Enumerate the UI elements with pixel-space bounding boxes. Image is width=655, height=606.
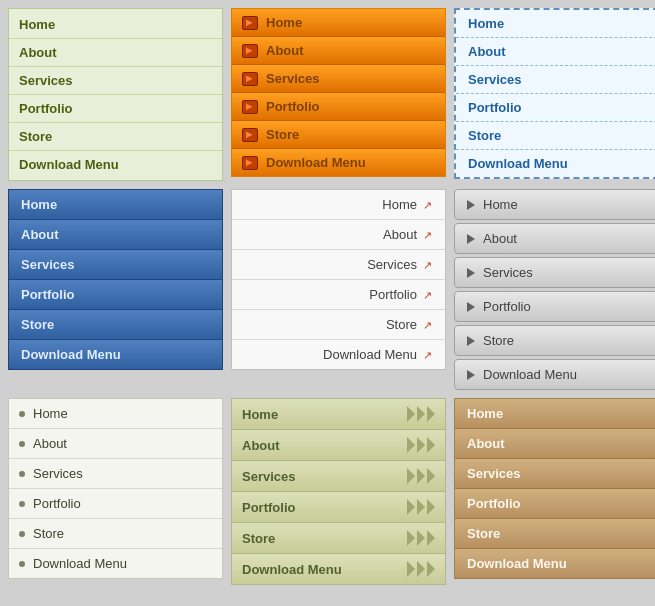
nav-item-about[interactable]: About [455, 429, 655, 459]
chevrons-icon [405, 499, 435, 515]
nav-right: Home↗ About↗ Services↗ Portfolio↗ Store↗… [231, 189, 446, 370]
triangle-icon [467, 336, 475, 346]
bullet-icon [19, 471, 25, 477]
nav-item-portfolio[interactable]: Portfolio [456, 94, 655, 122]
nav-item-home[interactable]: Home [9, 399, 222, 429]
menu-orange-arrow: Home About Services Portfolio Store Down… [231, 8, 446, 181]
external-link-icon: ↗ [423, 319, 435, 331]
nav-item-store[interactable]: Store [232, 121, 445, 149]
nav-item-download[interactable]: Download Menu [455, 549, 655, 578]
nav-item-home[interactable]: Home [9, 190, 222, 220]
nav-item-about[interactable]: About [9, 220, 222, 250]
external-link-icon: ↗ [423, 229, 435, 241]
nav-item-services[interactable]: Services [9, 67, 222, 95]
triangle-icon [467, 302, 475, 312]
nav-blue: Home About Services Portfolio Store Down… [454, 8, 655, 179]
nav-bullet: Home About Services Portfolio Store Down… [8, 398, 223, 579]
nav-item-store[interactable]: Store [455, 519, 655, 549]
menu-dark-blue: Home About Services Portfolio Store Down… [8, 189, 223, 390]
nav-item-services[interactable]: Services [454, 257, 655, 288]
bullet-icon [19, 501, 25, 507]
nav-item-portfolio[interactable]: Portfolio [455, 489, 655, 519]
nav-item-store[interactable]: Store [9, 123, 222, 151]
nav-item-home[interactable]: Home↗ [232, 190, 445, 220]
nav-item-portfolio[interactable]: Portfolio [232, 93, 445, 121]
nav-item-services[interactable]: Services [456, 66, 655, 94]
nav-item-store[interactable]: Store [456, 122, 655, 150]
nav-item-services[interactable]: Services [232, 65, 445, 93]
nav-item-download[interactable]: Download Menu [232, 149, 445, 176]
arrow-icon [242, 16, 258, 30]
nav-item-download[interactable]: Download Menu [454, 359, 655, 390]
triangle-icon [467, 370, 475, 380]
chevrons-icon [405, 406, 435, 422]
arrow-icon [242, 72, 258, 86]
bullet-icon [19, 561, 25, 567]
nav-darkblue: Home About Services Portfolio Store Down… [8, 189, 223, 370]
bullet-icon [19, 411, 25, 417]
nav-item-about[interactable]: About [454, 223, 655, 254]
nav-item-about[interactable]: About [456, 38, 655, 66]
nav-item-portfolio[interactable]: Portfolio [9, 280, 222, 310]
nav-item-store[interactable]: Store↗ [232, 310, 445, 340]
nav-item-store[interactable]: Store [454, 325, 655, 356]
nav-item-about[interactable]: About [9, 429, 222, 459]
chevrons-icon [405, 561, 435, 577]
menu-right-align: Home↗ About↗ Services↗ Portfolio↗ Store↗… [231, 189, 446, 390]
nav-item-home[interactable]: Home [454, 189, 655, 220]
nav-item-portfolio[interactable]: Portfolio↗ [232, 280, 445, 310]
nav-item-portfolio[interactable]: Portfolio [9, 95, 222, 123]
bullet-icon [19, 441, 25, 447]
arrow-icon [242, 156, 258, 170]
arrow-icon [242, 44, 258, 58]
nav-item-portfolio[interactable]: Portfolio [9, 489, 222, 519]
menu-chevron-green: Home About Services Portfolio Store Down… [231, 398, 446, 585]
nav-rounded: Home About Services Portfolio Store Down… [454, 189, 655, 390]
nav-item-portfolio[interactable]: Portfolio [454, 291, 655, 322]
nav-item-download[interactable]: Download Menu↗ [232, 340, 445, 369]
nav-item-services[interactable]: Services↗ [232, 250, 445, 280]
menu-blue-dashed: Home About Services Portfolio Store Down… [454, 8, 655, 181]
nav-orange: Home About Services Portfolio Store Down… [231, 8, 446, 177]
nav-item-download[interactable]: Download Menu [456, 150, 655, 177]
nav-item-download[interactable]: Download Menu [9, 151, 222, 178]
menu-rounded-arrows: Home About Services Portfolio Store Down… [454, 189, 655, 390]
arrow-icon [242, 100, 258, 114]
arrow-icon [242, 128, 258, 142]
external-link-icon: ↗ [423, 259, 435, 271]
bullet-icon [19, 531, 25, 537]
nav-item-home[interactable]: Home [232, 399, 445, 430]
nav-item-download[interactable]: Download Menu [9, 340, 222, 369]
menu-bullet-list: Home About Services Portfolio Store Down… [8, 398, 223, 585]
triangle-icon [467, 200, 475, 210]
nav-item-services[interactable]: Services [455, 459, 655, 489]
nav-item-store[interactable]: Store [232, 523, 445, 554]
external-link-icon: ↗ [423, 199, 435, 211]
nav-item-portfolio[interactable]: Portfolio [232, 492, 445, 523]
nav-item-download[interactable]: Download Menu [232, 554, 445, 584]
nav-item-download[interactable]: Download Menu [9, 549, 222, 578]
nav-item-home[interactable]: Home [9, 11, 222, 39]
external-link-icon: ↗ [423, 349, 435, 361]
nav-item-about[interactable]: About [232, 37, 445, 65]
menu-brown-tan: Home About Services Portfolio Store Down… [454, 398, 655, 585]
nav-item-services[interactable]: Services [9, 250, 222, 280]
nav-item-store[interactable]: Store [9, 519, 222, 549]
chevrons-icon [405, 530, 435, 546]
nav-item-about[interactable]: About [232, 430, 445, 461]
menu-green-plain: Home About Services Portfolio Store Down… [8, 8, 223, 181]
chevrons-icon [405, 468, 435, 484]
nav-item-home[interactable]: Home [456, 10, 655, 38]
nav-item-about[interactable]: About [9, 39, 222, 67]
nav-item-about[interactable]: About↗ [232, 220, 445, 250]
triangle-icon [467, 268, 475, 278]
nav-chevron: Home About Services Portfolio Store Down… [231, 398, 446, 585]
nav-brown: Home About Services Portfolio Store Down… [454, 398, 655, 579]
nav-item-services[interactable]: Services [232, 461, 445, 492]
nav-item-home[interactable]: Home [455, 399, 655, 429]
nav-green: Home About Services Portfolio Store Down… [8, 8, 223, 181]
nav-item-store[interactable]: Store [9, 310, 222, 340]
chevrons-icon [405, 437, 435, 453]
nav-item-services[interactable]: Services [9, 459, 222, 489]
nav-item-home[interactable]: Home [232, 9, 445, 37]
